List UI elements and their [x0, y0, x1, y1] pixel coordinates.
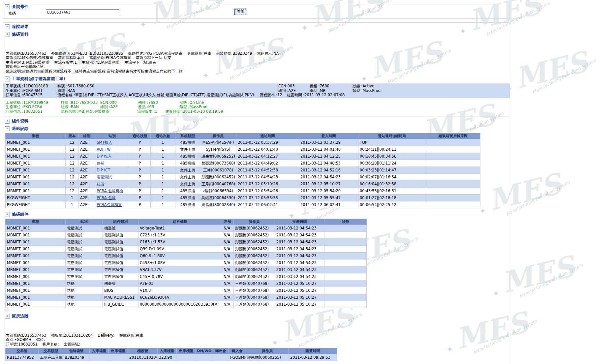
cell-station: 功能	[66, 301, 103, 308]
watermark-subtext: Manufacturing Execution System	[518, 262, 584, 299]
collapse-icon[interactable]: «	[5, 212, 10, 217]
cell-version: 12	[66, 181, 79, 188]
cell-component-barcode: Voltage-Test1	[138, 225, 222, 232]
wo-field: 訂單信息 :10632051	[6, 109, 61, 114]
cell-from-warehouse	[213, 354, 229, 361]
cell-version: 12	[66, 153, 79, 160]
section-title-barcode-component: 條碼組件	[12, 212, 28, 217]
cell-login-time: 2011-03-12 04:12:25	[299, 153, 358, 160]
wo-field: 線別 :A2E	[278, 89, 310, 93]
collapse-icon[interactable]: «	[5, 4, 10, 9]
barcode-input[interactable]	[46, 9, 119, 15]
barcode-info-line: 備註說明:當條碼的當前流程與主流程不一樣時先走當前流程,當前流程結束時才可按主流…	[6, 69, 510, 74]
cell-process: MBMET_001	[6, 225, 66, 232]
cell-line: A2E	[79, 174, 95, 181]
wo-field: 機種 :7680	[138, 101, 179, 105]
cell-pass-time: 2011-03-12 04:12:27	[236, 153, 299, 160]
cell-process: MBMET_001	[6, 160, 66, 167]
scrollbar-nub[interactable]	[6, 309, 9, 312]
cell-unpack-reason	[426, 201, 480, 208]
collapse-icon[interactable]: «	[5, 314, 10, 319]
cell-unpack-reason	[426, 174, 480, 181]
station-link[interactable]: SMT投入	[97, 140, 112, 145]
cell-line: A2E	[79, 160, 95, 167]
wo-flow-name: 流程名稱 :MB:包裝,包裝稱重	[61, 109, 137, 114]
barcode-info-line: 當前流程:MB:包裝,包裝稱重 當前流程版本:1 當前站別:PCBA包裝稱重 當…	[6, 56, 510, 60]
cell-part-no: N/A	[222, 246, 234, 253]
cell-system-type: 485掃描	[175, 160, 200, 167]
cell-system-type: 文件上傳	[175, 174, 200, 181]
station-link[interactable]: DIP ICT	[97, 168, 110, 172]
cell-login-time: 2011-03-12 05:55:47	[299, 195, 358, 201]
station-link[interactable]: 電壓測試	[97, 175, 112, 179]
cell-status: P	[129, 160, 151, 167]
cell-create-time: 2011-03-12 09:29:53	[289, 354, 337, 361]
cell-status	[324, 301, 367, 308]
cell-process: PKGWEIGHT	[6, 201, 66, 208]
station-link[interactable]: PCBA 包裝	[97, 196, 115, 200]
collapse-icon[interactable]: «	[5, 76, 10, 81]
cell-version: 12	[66, 146, 79, 153]
wo-field: 工單號碼 :11PM019849	[6, 101, 61, 105]
cell-unpack-reason	[426, 195, 480, 201]
station-link[interactable]: PCBA包裝稱重	[97, 202, 122, 207]
cell-process: MBMET_001	[6, 280, 66, 287]
cell-count: 1	[151, 167, 175, 174]
column-header: 出庫箱重	[109, 348, 128, 354]
cell-operator: 王秀娟(00040768)	[234, 280, 275, 287]
watermark-text: MES	[499, 246, 602, 297]
cell-out-box-weight	[109, 354, 128, 361]
wo-field: 產品 :MB	[310, 89, 352, 93]
cell-component-barcode: C163+:1.53V	[138, 239, 222, 246]
station-link[interactable]: 功能	[97, 182, 104, 186]
wo-field: 生產單位 :PCBA SMT	[6, 89, 57, 93]
wo-field: 建置時間 :2011-03-12 02:07:08	[287, 93, 345, 98]
collapse-icon[interactable]: «	[5, 24, 10, 29]
wo-field: 組織 :BAN	[61, 105, 100, 109]
cell-process: MBMET_001	[6, 259, 66, 266]
cell-status	[324, 225, 367, 232]
station-link[interactable]: AOI正板	[97, 147, 111, 152]
section-title-trace-result: 追蹤結果	[12, 24, 28, 30]
wo-field: 流程版本 :12	[260, 93, 282, 98]
cell-process: MBMET_001	[6, 153, 66, 160]
station-link[interactable]: 修補	[97, 161, 104, 166]
cell-component-type: 電壓測試值	[103, 266, 138, 273]
cell-start-time: 2011-03-12 04:54:23	[275, 266, 324, 273]
column-header: 轉出倉	[213, 348, 229, 354]
cell-component-type: MAC ADDRESS1	[103, 294, 138, 301]
cell-version: 1	[66, 201, 79, 208]
cell-elapsed: 00:24:11||00:24:11	[358, 146, 426, 153]
cell-login-time: 2011-03-12 04:48:53	[299, 160, 358, 167]
cell-system-type: 485掃描	[175, 139, 200, 146]
cell-status: P	[129, 195, 151, 201]
work-order-block-previous: 工單號碼 :11D001818B 料號 :601-7680-060 ECN:00…	[3, 83, 510, 98]
cell-login-time: 2011-03-12 04:54:23	[299, 174, 358, 181]
cell-operator: 彭國艷(00062452)	[234, 232, 275, 239]
section-title-passing-record: 過站記錄	[12, 126, 28, 132]
cell-operator: MES-AP(MES-AP)	[200, 139, 236, 146]
cell-elapsed: 00:43:53||02:16:51	[358, 188, 426, 195]
cell-start-time: 2011-03-12 04:54:23	[275, 273, 324, 280]
cell-part-no: N/A	[222, 259, 234, 266]
station-link[interactable]: DIP 投入	[97, 154, 112, 159]
cell-status	[324, 287, 367, 294]
cell-station: 電壓測試	[66, 266, 103, 273]
search-button[interactable]: 查詢	[234, 9, 247, 15]
collapse-icon[interactable]: «	[5, 32, 10, 37]
cell-process: MBMET_001	[6, 167, 66, 174]
collapse-icon[interactable]: «	[5, 126, 10, 131]
warehouse-info-line: 倉別:FGOBMH 儲位:	[6, 338, 510, 342]
station-link[interactable]: PCBA 包裝目檢	[97, 189, 123, 193]
cell-process: MBMET_001	[6, 181, 66, 188]
cell-operator: 彭國艷(00062452)	[234, 266, 275, 273]
warehouse-info-line: 訂單號:10632051 客戶名稱: 出貨區域:	[6, 342, 510, 347]
cell-operator: 段恩國(00060255)	[246, 354, 289, 361]
cell-start-time: 2011-03-12 04:54:23	[275, 232, 324, 239]
cell-operator: 謝先友(00059252)	[200, 153, 236, 160]
cell-station: 電壓測試	[66, 246, 103, 253]
column-header: 轉入倉	[229, 348, 246, 354]
barcode-info-line: 主流程:MB:包裝,包裝稱重 主流程版本:1 主站別:PCBA包裝稱重 主流程下…	[6, 60, 510, 65]
cell-part-no: N/A	[222, 232, 234, 239]
expand-icon[interactable]: «	[5, 119, 10, 124]
